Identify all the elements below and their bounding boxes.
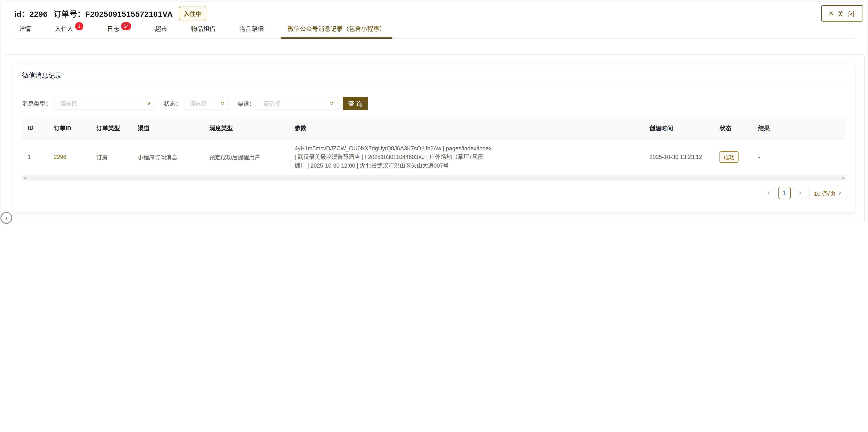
tab-logs[interactable]: 日志64	[107, 24, 131, 38]
page-size-select[interactable]: 10 条/页 ∨	[809, 187, 846, 199]
next-page-button[interactable]: >	[794, 187, 806, 199]
close-label: 关 闭	[837, 9, 856, 18]
order-detail-drawer: id：2296订单号：F2025091515572101VA 入住中 ✕关 闭 …	[1, 2, 867, 220]
order-id-label: id：	[14, 10, 29, 19]
cell-result: -	[752, 138, 846, 176]
tab-label: 物品赔偿	[239, 24, 264, 33]
message-type-select[interactable]: 请选择 ∨	[54, 97, 155, 110]
tab-guests[interactable]: 入住人1	[55, 24, 83, 38]
order-title: id：2296订单号：F2025091515572101VA	[14, 8, 173, 19]
status-label: 状态：	[164, 99, 181, 107]
filter-bar: 消息类型： 请选择 ∨ 状态： 请选择 ∨ 渠道： 请选择 ∨ 查 询	[22, 97, 846, 110]
tab-wechat-messages[interactable]: 微信公众号消息记录（包含小程序）	[287, 24, 385, 38]
close-button[interactable]: ✕关 闭	[821, 5, 863, 22]
cell-message-type: 预定成功后提醒用户	[204, 138, 289, 176]
table-header-row: ID 订单ID 订单类型 渠道 消息类型 参数 创建时间 状态 结果	[22, 117, 846, 138]
col-id: ID	[22, 117, 48, 138]
scroll-right-icon[interactable]: ►	[841, 176, 846, 181]
cell-created-at: 2025-10-30 13:23:12	[644, 138, 714, 176]
select-placeholder: 请选择	[189, 99, 207, 107]
page-size-value: 10 条/页	[814, 189, 836, 197]
col-order-id: 订单ID	[48, 117, 91, 138]
drawer-collapse-button[interactable]: ›	[0, 212, 12, 224]
col-order-type: 订单类型	[91, 117, 132, 138]
card-title: 微信消息记录	[22, 64, 846, 86]
tab-item-compensation[interactable]: 物品赔偿	[239, 24, 264, 38]
page-number-button[interactable]: 1	[778, 187, 791, 199]
success-badge: 成功	[719, 151, 739, 163]
close-icon: ✕	[829, 10, 834, 17]
cell-id: 1	[22, 138, 48, 176]
col-message-type: 消息类型	[204, 117, 289, 138]
col-channel: 渠道	[132, 117, 204, 138]
tab-label: 详情	[19, 24, 31, 33]
order-no-label: 订单号：	[54, 10, 85, 19]
tab-label: 物品租借	[191, 24, 215, 33]
chevron-down-icon: ∨	[147, 100, 151, 106]
col-status: 状态	[714, 117, 752, 138]
select-placeholder: 请选择	[59, 99, 77, 107]
channel-label: 渠道：	[238, 99, 255, 107]
tab-detail[interactable]: 详情	[19, 24, 31, 38]
pagination: < 1 > 10 条/页 ∨	[22, 187, 846, 199]
channel-select[interactable]: 请选择 ∨	[258, 97, 338, 110]
table-horizontal-scrollbar[interactable]: ◄ ►	[22, 176, 846, 181]
tab-label: 入住人	[55, 24, 73, 33]
select-placeholder: 请选择	[263, 99, 281, 107]
chevron-down-icon: ∨	[220, 100, 224, 106]
tab-supermarket[interactable]: 超市	[155, 24, 167, 38]
tab-label: 超市	[155, 24, 167, 33]
table-row: 1 2296 订房 小程序订阅消息 预定成功后提醒用户 4yH1m5mcvDJZ…	[22, 138, 846, 176]
guests-count-badge: 1	[75, 22, 83, 30]
tab-item-rental[interactable]: 物品租借	[191, 24, 215, 38]
order-id-value: 2296	[29, 10, 48, 19]
tab-label: 微信公众号消息记录（包含小程序）	[287, 24, 385, 33]
drawer-header: id：2296订单号：F2025091515572101VA 入住中 ✕关 闭	[1, 2, 867, 23]
scroll-left-icon[interactable]: ◄	[22, 176, 27, 181]
chevron-down-icon: ∨	[838, 190, 841, 196]
cell-order-type: 订房	[91, 138, 132, 176]
col-params: 参数	[289, 117, 644, 138]
search-button[interactable]: 查 询	[343, 97, 368, 110]
cell-channel: 小程序订阅消息	[132, 138, 204, 176]
col-created-at: 创建时间	[644, 117, 714, 138]
status-badge: 入住中	[179, 7, 206, 21]
status-select[interactable]: 请选择 ∨	[184, 97, 229, 110]
prev-page-button[interactable]: <	[763, 187, 775, 199]
col-result: 结果	[752, 117, 846, 138]
message-type-label: 消息类型：	[22, 99, 52, 107]
tab-content-panel: 微信消息记录 消息类型： 请选择 ∨ 状态： 请选择 ∨ 渠道： 请选择 ∨	[4, 55, 865, 222]
cell-params: 4yH1m5mcvDJZCW_OU0lxX7dgUytQ8J6A3K7sO-Ub…	[294, 144, 492, 170]
order-no-value: F2025091515572101VA	[85, 10, 173, 19]
chevron-right-icon: ›	[5, 214, 7, 222]
tab-bar: 详情 入住人1 日志64 超市 物品租借 物品赔偿 微信公众号消息记录（包含小程…	[13, 24, 854, 38]
tab-label: 日志	[107, 24, 119, 33]
order-id-link[interactable]: 2296	[54, 154, 66, 160]
message-table: ID 订单ID 订单类型 渠道 消息类型 参数 创建时间 状态 结果 1 229	[22, 117, 846, 176]
wechat-message-card: 微信消息记录 消息类型： 请选择 ∨ 状态： 请选择 ∨ 渠道： 请选择 ∨	[13, 64, 855, 213]
chevron-down-icon: ∨	[330, 100, 334, 106]
logs-count-badge: 64	[121, 22, 131, 30]
